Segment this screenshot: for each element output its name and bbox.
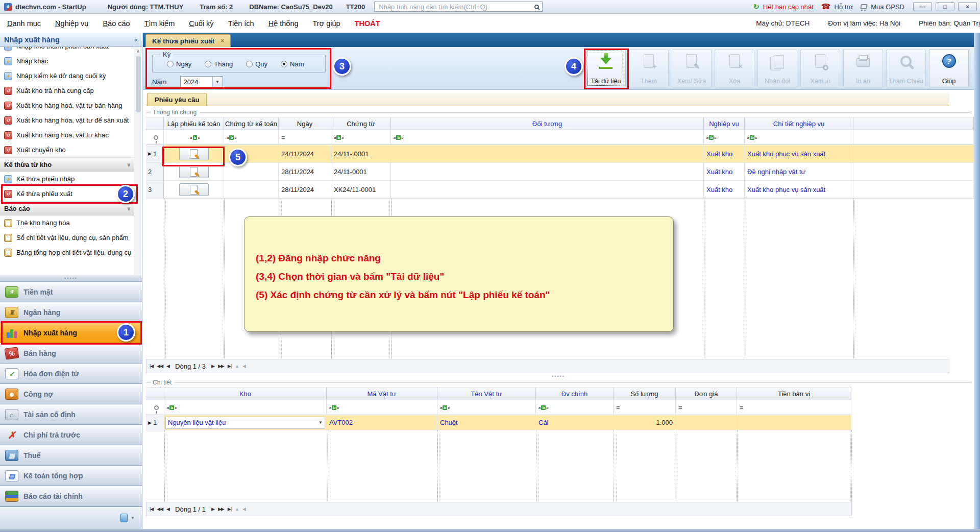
close-button[interactable]: × [958, 2, 977, 11]
sidebar-vertical-scrollbar[interactable]: ∧ ∨ [134, 47, 142, 275]
filter-cell[interactable]: abc [224, 130, 279, 145]
sidebar-item-xuat-kho-ban-hang[interactable]: ↺ Xuất kho hàng hoá, vật tư bán hàng [0, 98, 142, 113]
sidebar-item-bang-tong-hop-chi-tiet[interactable]: Bảng tổng hợp chi tiết vật liệu, dụng cụ [0, 245, 142, 260]
update-expired-status[interactable]: Hết hạn cập nhật [763, 3, 814, 11]
pager-next-button[interactable]: ▶ [211, 364, 214, 369]
sidebar-splitter[interactable]: ••••• [0, 275, 142, 282]
column-header[interactable]: Đối tượng [391, 117, 704, 130]
chevron-down-icon[interactable]: ▼ [318, 420, 323, 425]
filter-cell[interactable]: abc [536, 400, 614, 415]
module-cong-no[interactable]: ☻ Công nợ [0, 384, 142, 404]
column-header[interactable]: Tiền bản vị [737, 387, 851, 400]
pager-last-button[interactable]: ▶| [228, 364, 231, 369]
scroll-up-icon[interactable]: ∧ [136, 47, 140, 55]
menu-danh-muc[interactable]: Danh mục [0, 19, 48, 28]
sidebar-item-the-kho-hang-hoa[interactable]: Thẻ kho hàng hóa [0, 215, 142, 230]
module-tai-san-co-dinh[interactable]: ⌂ Tài sản cố định [0, 404, 142, 425]
filter-cell[interactable]: abc [164, 400, 327, 415]
pager-first-button[interactable]: |◀ [150, 506, 153, 512]
filter-cell[interactable]: abc [164, 130, 224, 145]
minimize-button[interactable]: — [913, 2, 932, 11]
sidebar-item-so-chi-tiet-vat-lieu[interactable]: Sổ chi tiết vật liệu, dụng cụ, sản phẩm [0, 230, 142, 245]
pager-next-page-button[interactable]: ▶▶ [218, 506, 224, 512]
sidebar-item-xuat-kho-san-xuat[interactable]: ↺ Xuất kho hàng hóa, vật tư để sản xuất [0, 113, 142, 128]
scrollbar-thumb[interactable] [136, 56, 141, 112]
table-row[interactable]: ▶1 ✎ 24/11/2024 24/11-.0001 Xuất kho Xuấ… [146, 145, 974, 163]
lap-phieu-ke-toan-button[interactable]: ✎ [179, 183, 209, 196]
pager-prev-page-button[interactable]: ◀◀ [157, 506, 163, 512]
menu-tro-giup[interactable]: Trợ giúp [306, 19, 348, 28]
sidebar-item-xuat-kho-tra-ncc[interactable]: ↺ Xuất kho trả nhà cung cấp [0, 83, 142, 98]
filter-cell[interactable]: abc [391, 130, 704, 145]
menu-tim-kiem[interactable]: Tìm kiếm [137, 19, 182, 28]
module-tien-mat[interactable]: ₫ Tiền mặt [0, 282, 142, 302]
menu-thoat[interactable]: THOÁT [348, 19, 387, 28]
column-header[interactable]: Kho [164, 387, 327, 400]
pager-collapse-button[interactable]: ▲ [235, 506, 239, 512]
table-row[interactable]: 3 ✎ 28/11/2024 XK24/11-0001 Xuất kho Xuấ… [146, 181, 974, 199]
tab-ke-thua-phieu-xuat[interactable]: Kế thừa phiếu xuất × [145, 34, 231, 47]
column-header[interactable]: Chứng từ kế toán [224, 117, 279, 130]
sidebar-item-nhap-kiem-ke[interactable]: ★ Nhập kiểm kê dở dang cuối kỳ [0, 68, 142, 83]
sidebar-item-nhap-khac[interactable]: ★ Nhập khác [0, 54, 142, 68]
column-header[interactable]: Chi tiết nghiệp vụ [745, 117, 853, 130]
menu-cuoi-ky[interactable]: Cuối kỳ [182, 19, 220, 28]
column-header[interactable]: Mã Vật tư [327, 387, 437, 400]
module-bao-cao-tai-chinh[interactable]: Báo cáo tài chính [0, 486, 142, 506]
module-hoa-don-dien-tu[interactable]: ✓ Hóa đơn điện tử [0, 364, 142, 384]
module-ban-hang[interactable]: % Bán hàng [0, 343, 142, 364]
filter-cell[interactable]: abc [745, 130, 853, 145]
pager-next-page-button[interactable]: ▶▶ [218, 364, 224, 369]
filter-cell[interactable]: abc [331, 130, 391, 145]
tab-phieu-yeu-cau[interactable]: Phiếu yêu cầu [147, 93, 207, 106]
module-ke-toan-tong-hop[interactable]: ▤ Kế toán tổng hợp [0, 466, 142, 486]
pager-collapse-button[interactable]: ▲ [235, 364, 239, 369]
warehouse-combo[interactable]: Nguyên liệu vật liệu ▼ [165, 417, 325, 429]
pager-last-button[interactable]: ▶| [228, 506, 231, 512]
filter-cell[interactable]: = [676, 400, 737, 415]
chevron-down-icon[interactable]: ▼ [131, 516, 135, 520]
menu-he-thong[interactable]: Hệ thống [261, 19, 306, 28]
toolbar-giup-button[interactable]: ? Giúp [929, 49, 969, 87]
pager-next-button[interactable]: ▶ [211, 506, 214, 512]
support-link[interactable]: Hỗ trợ [835, 3, 853, 11]
column-header[interactable]: Số lượng [614, 387, 676, 400]
module-ngan-hang[interactable]: ♜ Ngân hàng [0, 302, 142, 323]
pager-prev-page-button[interactable]: ◀◀ [157, 364, 163, 369]
menu-nghiep-vu[interactable]: Nghiệp vụ [48, 19, 95, 28]
sidebar-item-nhap-kho-thanh-pham[interactable]: ★ Nhập kho thành phẩm sản xuất [0, 47, 142, 54]
sidebar-section-ke-thua-tu-kho[interactable]: Kế thừa từ kho ∨ [0, 157, 142, 172]
filter-cell[interactable]: abc [327, 400, 437, 415]
buy-gpsd-link[interactable]: Mua GPSD [871, 3, 904, 11]
sidebar-item-xuat-kho-khac[interactable]: ↺ Xuất kho hàng hóa, vật tư khác [0, 128, 142, 142]
column-header[interactable]: Đơn giá [676, 387, 737, 400]
filter-cell[interactable]: abc [437, 400, 536, 415]
column-header[interactable]: Đv chính [536, 387, 614, 400]
menu-tien-ich[interactable]: Tiện ích [221, 19, 261, 28]
collapse-sidebar-button[interactable]: « [134, 36, 138, 43]
grid-splitter[interactable]: ••••• [143, 373, 974, 379]
filter-cell[interactable]: = [737, 400, 851, 415]
column-header[interactable]: Ngày [279, 117, 331, 130]
module-thue[interactable]: ▦ Thuế [0, 445, 142, 466]
filter-cell[interactable]: = [279, 130, 331, 145]
pager-prev-button[interactable]: ◀ [166, 364, 169, 369]
search-input[interactable] [378, 3, 534, 11]
tab-close-icon[interactable]: × [220, 37, 224, 44]
menu-bao-cao[interactable]: Báo cáo [95, 19, 137, 28]
table-row[interactable]: ▶1 Nguyên liệu vật liệu ▼ AVT002 Chuột C… [146, 415, 974, 430]
table-row[interactable]: 2 ✎ 28/11/2024 24/11-0001 Xuất kho Đề ng… [146, 163, 974, 181]
search-icon[interactable] [534, 5, 539, 9]
filter-cell[interactable]: = [614, 400, 676, 415]
filter-cell[interactable]: abc [704, 130, 745, 145]
lap-phieu-ke-toan-button[interactable]: ✎ [179, 165, 209, 178]
column-header[interactable]: Lập phiếu kế toán [164, 117, 224, 130]
column-header[interactable]: Nghiệp vụ [704, 117, 745, 130]
pager-prev-button[interactable]: ◀ [166, 506, 169, 512]
pager-first-button[interactable]: |◀ [150, 364, 153, 369]
column-header[interactable]: Tên Vật tư [437, 387, 536, 400]
column-header[interactable]: Chứng từ [331, 117, 391, 130]
restore-button[interactable]: □ [936, 2, 954, 11]
document-icon[interactable] [120, 514, 128, 522]
sidebar-item-xuat-chuyen-kho[interactable]: ↺ Xuất chuyển kho [0, 142, 142, 157]
